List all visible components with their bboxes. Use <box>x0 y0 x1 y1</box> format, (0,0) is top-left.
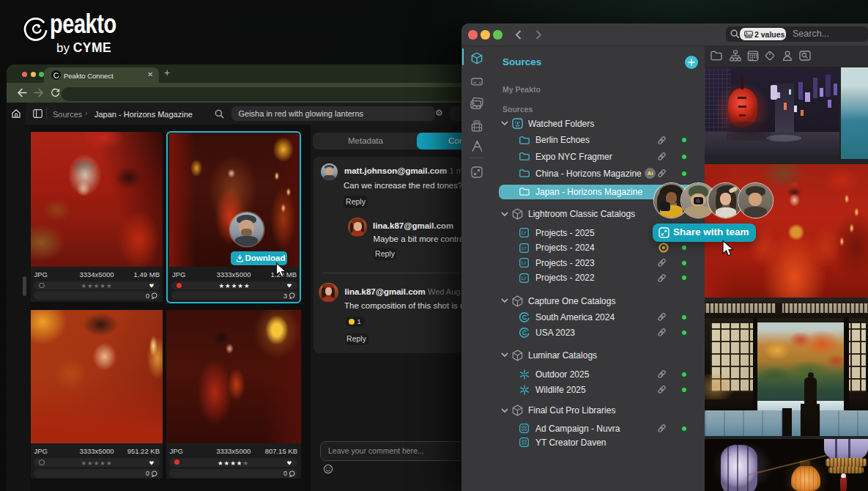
svg-text:Lr: Lr <box>522 230 527 235</box>
svg-text:Lr: Lr <box>522 260 527 265</box>
svg-text:Lr: Lr <box>522 276 527 281</box>
svg-text:Lr: Lr <box>522 246 527 251</box>
